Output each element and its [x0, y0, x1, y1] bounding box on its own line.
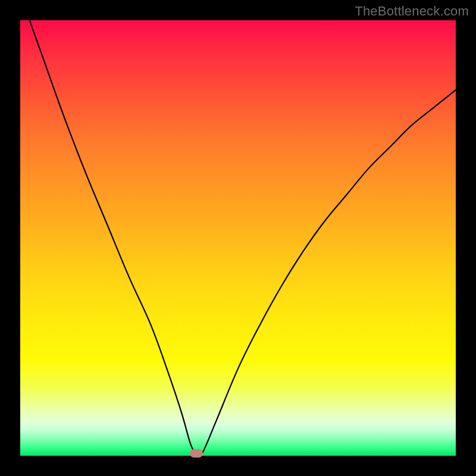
bottleneck-curve: [20, 20, 456, 456]
bottleneck-marker: [190, 449, 203, 458]
plot-area: [20, 20, 456, 456]
chart-frame: TheBottleneck.com: [0, 0, 476, 476]
watermark-text: TheBottleneck.com: [355, 4, 469, 19]
